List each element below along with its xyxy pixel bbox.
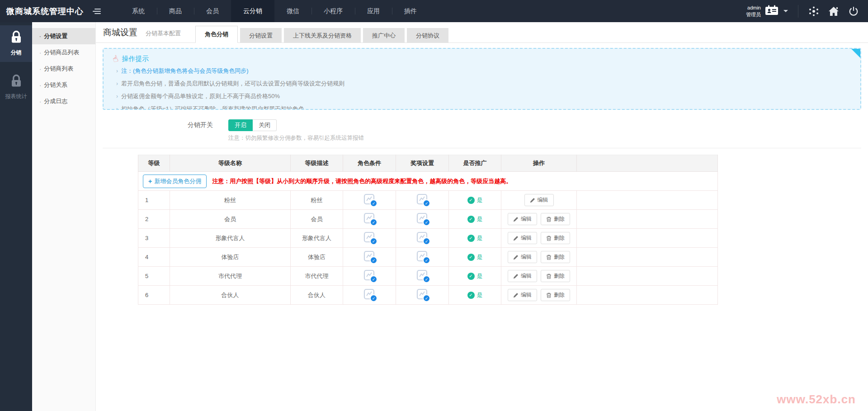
nav-item-cloud-distribution[interactable]: 云分销 <box>231 0 274 22</box>
sidebar-item-distribution-goods[interactable]: 分销商品列表 <box>32 44 95 61</box>
plus-icon: + <box>148 178 152 185</box>
nav-item-members[interactable]: 会员 <box>194 0 231 22</box>
share-network-icon[interactable] <box>804 0 824 22</box>
module-report-stats[interactable]: 报表统计 <box>0 69 32 106</box>
top-navigation: 系统 商品 会员 云分销 微信 小程序 应用 插件 <box>120 0 429 22</box>
nav-item-system[interactable]: 系统 <box>120 0 157 22</box>
edit-button[interactable]: 编辑 <box>508 251 537 263</box>
lock-icon <box>9 82 24 90</box>
col-empty <box>577 155 718 172</box>
bullet-arrow-icon: › <box>116 67 118 75</box>
delete-button[interactable]: 删除 <box>541 213 570 225</box>
promote-status: ✓是 <box>467 234 483 242</box>
check-circle-icon: ✓ <box>467 197 475 204</box>
role-condition-icon[interactable]: ✓ <box>363 194 376 205</box>
nav-item-apps[interactable]: 应用 <box>355 0 392 22</box>
topbar: 微商城系统管理中心 系统 商品 会员 云分销 微信 小程序 应用 插件 admi… <box>0 0 868 22</box>
role-condition-icon[interactable]: ✓ <box>363 231 376 243</box>
role-condition-icon[interactable]: ✓ <box>363 269 376 281</box>
col-level-desc: 等级描述 <box>291 155 343 172</box>
desc-cell: 体验店 <box>291 248 343 267</box>
tab-distribution-agreement[interactable]: 分销协议 <box>407 28 448 43</box>
delete-button[interactable]: 删除 <box>541 270 570 282</box>
promote-status: ✓是 <box>467 215 483 223</box>
sidebar-item-distribution-relations[interactable]: 分销关系 <box>32 77 95 93</box>
nav-item-goods[interactable]: 商品 <box>157 0 194 22</box>
level-cell: 6 <box>138 286 170 305</box>
sidebar-item-distribution-settings[interactable]: 分销设置 <box>32 28 95 44</box>
content-area: ☝ 操作提示 ›注：(角色分销新增角色将会与会员等级角色同步) ›若开启角色分销… <box>96 43 868 305</box>
section-divider <box>103 148 861 148</box>
sidebar-item-distributor-list[interactable]: 分销商列表 <box>32 61 95 77</box>
module-distribution[interactable]: 分销 <box>0 25 32 62</box>
promote-status: ✓是 <box>467 253 483 261</box>
promote-status: ✓是 <box>467 291 483 299</box>
tab-upline-downline[interactable]: 上下线关系及分销资格 <box>284 28 361 43</box>
corner-fold <box>851 49 860 58</box>
reward-setting-icon[interactable]: ✓ <box>416 250 429 262</box>
role-condition-icon[interactable]: ✓ <box>363 288 376 300</box>
logout-power-icon[interactable] <box>844 0 863 22</box>
distribution-toggle: 开启 关闭 <box>228 119 277 131</box>
role-condition-icon[interactable]: ✓ <box>363 213 376 224</box>
table-row: 3 形象代言人 形象代言人 ✓ ✓ ✓是 编辑删除 <box>138 229 718 248</box>
topbar-right: admin 管理员 <box>741 0 868 22</box>
delete-button[interactable]: 删除 <box>541 232 570 244</box>
tab-promotion-center[interactable]: 推广中心 <box>363 28 405 43</box>
tab-role-distribution[interactable]: 角色分销 <box>195 26 238 43</box>
nav-item-miniprogram[interactable]: 小程序 <box>311 0 355 22</box>
delete-button[interactable]: 删除 <box>541 289 570 301</box>
bullet-arrow-icon: › <box>116 105 118 110</box>
user-role: 管理员 <box>746 11 761 18</box>
sidebar-item-commission-log[interactable]: 分成日志 <box>32 93 95 109</box>
nav-item-plugins[interactable]: 插件 <box>392 0 429 22</box>
tab-distribution-settings[interactable]: 分销设置 <box>240 28 282 43</box>
role-condition-icon[interactable]: ✓ <box>363 250 376 262</box>
reward-setting-icon[interactable]: ✓ <box>416 269 429 281</box>
delete-button[interactable]: 删除 <box>541 251 570 263</box>
desc-cell: 形象代言人 <box>291 229 343 248</box>
promote-status: ✓是 <box>467 196 483 204</box>
reward-setting-icon[interactable]: ✓ <box>416 231 429 243</box>
toggle-off-button[interactable]: 关闭 <box>253 119 277 131</box>
name-cell: 市代代理 <box>170 267 291 286</box>
lock-icon <box>9 38 24 46</box>
desc-cell: 粉丝 <box>291 191 343 210</box>
name-cell: 会员 <box>170 210 291 229</box>
name-cell: 体验店 <box>170 248 291 267</box>
check-circle-icon: ✓ <box>467 235 475 242</box>
toggle-on-button[interactable]: 开启 <box>228 119 253 131</box>
menu-toggle-icon[interactable] <box>90 0 108 22</box>
edit-button[interactable]: 编辑 <box>524 194 554 206</box>
promote-status: ✓是 <box>467 272 483 280</box>
reward-setting-icon[interactable]: ✓ <box>416 194 429 205</box>
table-row: 1 粉丝 粉丝 ✓ ✓ ✓是 编辑 <box>138 191 718 210</box>
edit-button[interactable]: 编辑 <box>508 289 537 301</box>
add-role-button[interactable]: + 新增会员角色分佣 <box>143 175 207 188</box>
tips-title: 操作提示 <box>122 55 149 63</box>
edit-button[interactable]: 编辑 <box>508 232 537 244</box>
reward-setting-icon[interactable]: ✓ <box>416 288 429 300</box>
col-level: 等级 <box>138 155 170 172</box>
reward-setting-icon[interactable]: ✓ <box>416 213 429 224</box>
nav-item-wechat[interactable]: 微信 <box>274 0 311 22</box>
col-actions: 操作 <box>501 155 577 172</box>
level-cell: 2 <box>138 210 170 229</box>
user-menu[interactable]: admin 管理员 <box>741 5 793 18</box>
check-circle-icon: ✓ <box>467 292 475 299</box>
edit-button[interactable]: 编辑 <box>508 213 537 225</box>
page-title: 商城设置 <box>103 27 137 38</box>
table-row: 6 合伙人 合伙人 ✓ ✓ ✓是 编辑删除 <box>138 286 718 305</box>
tab-bar: 角色分销 分销设置 上下线关系及分销资格 推广中心 分销协议 <box>195 26 448 43</box>
module-label: 分销 <box>0 49 32 57</box>
bullet-arrow-icon: › <box>116 80 118 88</box>
page: 微商城系统管理中心 系统 商品 会员 云分销 微信 小程序 应用 插件 admi… <box>0 0 868 411</box>
level-cell: 1 <box>138 191 170 210</box>
edit-button[interactable]: 编辑 <box>508 270 537 282</box>
page-header: 商城设置 分销基本配置 角色分销 分销设置 上下线关系及分销资格 推广中心 分销… <box>96 22 868 43</box>
home-icon[interactable] <box>824 0 844 22</box>
switch-label: 分销开关 <box>103 121 213 129</box>
level-cell: 5 <box>138 267 170 286</box>
username: admin <box>746 5 761 11</box>
check-circle-icon: ✓ <box>467 273 475 280</box>
